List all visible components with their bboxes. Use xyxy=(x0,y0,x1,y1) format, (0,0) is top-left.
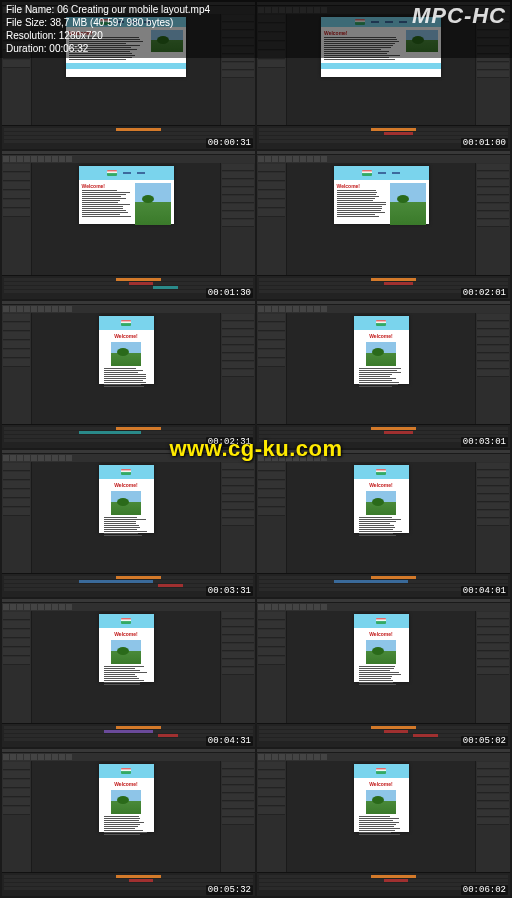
toolbar-button[interactable] xyxy=(31,604,37,610)
toolbar-button[interactable] xyxy=(59,754,65,760)
timeline-clip[interactable] xyxy=(413,734,438,737)
panel-row[interactable] xyxy=(3,789,30,797)
panel-row[interactable] xyxy=(3,200,30,208)
toolbar-button[interactable] xyxy=(279,604,285,610)
toolbar-button[interactable] xyxy=(3,604,9,610)
timeline-track[interactable] xyxy=(259,278,508,281)
toolbar-button[interactable] xyxy=(38,604,44,610)
toolbar-button[interactable] xyxy=(265,156,271,162)
toolbar-button[interactable] xyxy=(45,604,51,610)
panel-row[interactable] xyxy=(3,771,30,779)
toolbar-button[interactable] xyxy=(52,156,58,162)
toolbar-button[interactable] xyxy=(321,156,327,162)
timeline-clip[interactable] xyxy=(116,427,161,430)
panel-row[interactable] xyxy=(3,314,30,322)
panel-row[interactable] xyxy=(222,471,254,478)
timeline-clip[interactable] xyxy=(384,730,409,733)
panel-row[interactable] xyxy=(3,341,30,349)
timeline-clip[interactable] xyxy=(116,576,161,579)
right-panel[interactable] xyxy=(220,462,255,573)
panel-row[interactable] xyxy=(222,802,254,809)
panel-row[interactable] xyxy=(477,354,509,361)
toolbar-button[interactable] xyxy=(17,455,23,461)
timeline-clip[interactable] xyxy=(79,580,154,583)
toolbar-button[interactable] xyxy=(286,306,292,312)
toolbar-button[interactable] xyxy=(10,455,16,461)
panel-row[interactable] xyxy=(222,220,254,227)
toolbar-button[interactable] xyxy=(52,455,58,461)
panel-row[interactable] xyxy=(258,173,285,181)
timeline-track[interactable] xyxy=(4,431,253,434)
panel-row[interactable] xyxy=(3,191,30,199)
panel-row[interactable] xyxy=(3,182,30,190)
panel-row[interactable] xyxy=(222,354,254,361)
timeline-track[interactable] xyxy=(4,726,253,729)
panel-row[interactable] xyxy=(477,652,509,659)
panel-row[interactable] xyxy=(477,511,509,518)
toolbar-button[interactable] xyxy=(24,306,30,312)
canvas-area[interactable]: Welcome! xyxy=(32,761,220,872)
toolbar-button[interactable] xyxy=(31,306,37,312)
toolbar-button[interactable] xyxy=(321,754,327,760)
panel-row[interactable] xyxy=(258,60,285,68)
toolbar-button[interactable] xyxy=(279,306,285,312)
panel-row[interactable] xyxy=(3,639,30,647)
panel-row[interactable] xyxy=(258,621,285,629)
panel-row[interactable] xyxy=(258,657,285,665)
panel-row[interactable] xyxy=(3,332,30,340)
timeline-track[interactable] xyxy=(259,580,508,583)
panel-row[interactable] xyxy=(222,71,254,78)
right-panel[interactable] xyxy=(220,611,255,722)
toolbar-button[interactable] xyxy=(31,455,37,461)
panel-row[interactable] xyxy=(222,180,254,187)
panel-row[interactable] xyxy=(477,778,509,785)
canvas-area[interactable]: Welcome! xyxy=(32,611,220,722)
panel-row[interactable] xyxy=(3,621,30,629)
panel-row[interactable] xyxy=(477,471,509,478)
panel-row[interactable] xyxy=(3,807,30,815)
panel-row[interactable] xyxy=(477,810,509,817)
left-panel[interactable] xyxy=(257,611,287,722)
panel-row[interactable] xyxy=(477,786,509,793)
left-panel[interactable] xyxy=(2,462,32,573)
app-toolbar[interactable] xyxy=(257,305,510,313)
panel-row[interactable] xyxy=(477,644,509,651)
timeline-clip[interactable] xyxy=(129,879,154,882)
panel-row[interactable] xyxy=(258,182,285,190)
timeline-clip[interactable] xyxy=(153,286,178,289)
toolbar-button[interactable] xyxy=(307,156,313,162)
panel-row[interactable] xyxy=(222,762,254,769)
toolbar-button[interactable] xyxy=(10,156,16,162)
toolbar-button[interactable] xyxy=(45,455,51,461)
panel-row[interactable] xyxy=(222,330,254,337)
panel-row[interactable] xyxy=(477,794,509,801)
panel-row[interactable] xyxy=(477,212,509,219)
panel-row[interactable] xyxy=(3,657,30,665)
panel-row[interactable] xyxy=(222,322,254,329)
timeline-track[interactable] xyxy=(259,726,508,729)
toolbar-button[interactable] xyxy=(265,604,271,610)
timeline-track[interactable] xyxy=(4,879,253,882)
panel-row[interactable] xyxy=(222,204,254,211)
toolbar-button[interactable] xyxy=(293,156,299,162)
panel-row[interactable] xyxy=(222,810,254,817)
timeline-track[interactable] xyxy=(4,128,253,131)
video-thumbnail[interactable]: Welcome! 00:05:02 xyxy=(257,599,510,746)
right-panel[interactable] xyxy=(475,611,510,722)
panel-row[interactable] xyxy=(258,314,285,322)
panel-row[interactable] xyxy=(3,60,30,68)
panel-row[interactable] xyxy=(258,200,285,208)
panel-row[interactable] xyxy=(477,463,509,470)
panel-row[interactable] xyxy=(477,668,509,675)
left-panel[interactable] xyxy=(2,313,32,424)
timeline-track[interactable] xyxy=(4,132,253,135)
panel-row[interactable] xyxy=(222,495,254,502)
toolbar-button[interactable] xyxy=(59,156,65,162)
panel-row[interactable] xyxy=(477,495,509,502)
panel-row[interactable] xyxy=(258,798,285,806)
panel-row[interactable] xyxy=(477,519,509,526)
toolbar-button[interactable] xyxy=(293,306,299,312)
timeline-track[interactable] xyxy=(259,879,508,882)
panel-row[interactable] xyxy=(258,490,285,498)
timeline-track[interactable] xyxy=(259,875,508,878)
